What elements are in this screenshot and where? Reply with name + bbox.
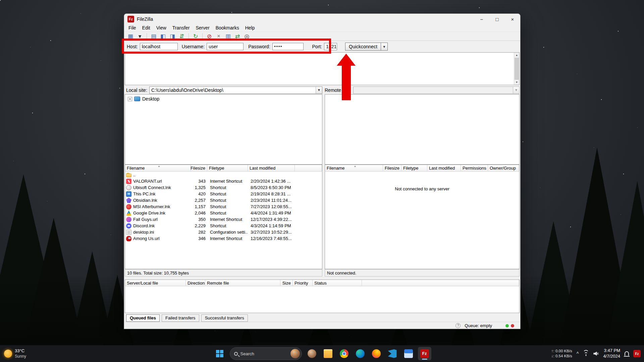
column-header-filetype[interactable]: Filetype	[207, 165, 248, 171]
chrome-icon[interactable]	[337, 347, 351, 360]
file-row[interactable]: Among Us.url346Internet Shortcut12/16/20…	[125, 235, 322, 242]
scroll-up-icon[interactable]: ▲	[514, 53, 519, 58]
quickconnect-button[interactable]: Quickconnect	[345, 43, 381, 51]
column-header-status[interactable]: Status	[313, 280, 362, 286]
minimize-button[interactable]: −	[474, 14, 489, 24]
file-explorer-icon[interactable]	[321, 347, 335, 360]
log-scrollbar[interactable]: ▲ ▼	[514, 53, 519, 85]
network-speed-widget[interactable]: ↑: 0.00 KB/s ↓: 0.54 KB/s	[551, 349, 572, 359]
title-bar[interactable]: Fz FileZilla − □ ×	[124, 14, 520, 24]
file-row[interactable]: VALORANT.url343Internet Shortcut2/20/202…	[125, 178, 322, 184]
menu-server[interactable]: Server	[193, 24, 212, 32]
column-header-filename[interactable]: Filename	[125, 165, 191, 171]
file-size: 2,229	[191, 223, 207, 228]
menu-file[interactable]: File	[125, 24, 139, 32]
menu-bar: File Edit View Transfer Server Bookmarks…	[124, 24, 520, 32]
file-row[interactable]: Ubisoft Connect.lnk1,325Shortcut8/5/2023…	[125, 184, 322, 191]
tab-failed-transfers[interactable]: Failed transfers	[162, 314, 199, 322]
menu-bookmarks[interactable]: Bookmarks	[213, 24, 242, 32]
file-row[interactable]: This PC.lnk420Shortcut2/19/2024 8:28:31 …	[125, 191, 322, 197]
filezilla-logo-text: Fz	[420, 349, 429, 358]
clock[interactable]: 3:47 PM 4/7/2024	[603, 348, 620, 359]
close-button[interactable]: ×	[505, 14, 520, 24]
tab-successful-transfers[interactable]: Successful transfers	[201, 314, 248, 322]
file-row[interactable]: Fall Guys.url350Internet Shortcut12/17/2…	[125, 216, 322, 223]
file-row[interactable]: Google Drive.lnk2,046Shortcut4/4/2024 1:…	[125, 210, 322, 216]
menu-edit[interactable]: Edit	[139, 24, 153, 32]
sun-icon	[4, 350, 12, 358]
column-header-owner-group[interactable]: Owner/Group	[488, 165, 519, 171]
column-header-filename[interactable]: Filename	[325, 165, 383, 171]
filezilla-taskbar-icon[interactable]: Fz	[418, 347, 431, 360]
column-header-filetype[interactable]: Filetype	[401, 165, 427, 171]
tray-filezilla-icon[interactable]: Fz	[633, 350, 641, 357]
user-avatar-icon[interactable]	[305, 347, 319, 360]
file-modified: 2/19/2024 8:28:31 ...	[248, 191, 295, 196]
column-header-priority[interactable]: Priority	[293, 280, 313, 286]
column-header-server-local-file[interactable]: Server/Local file	[125, 280, 186, 286]
file-row[interactable]: Discord.lnk2,229Shortcut4/3/2024 1:14:59…	[125, 223, 322, 229]
file-size: 346	[191, 236, 207, 241]
tab-queued-files[interactable]: Queued files	[126, 314, 160, 322]
local-site-combo[interactable]: C:\Users\abdul\OneDrive\Desktop\ ▼	[149, 86, 322, 94]
window-title: FileZilla	[137, 16, 153, 22]
quickconnect-dropdown-icon[interactable]: ▼	[381, 43, 388, 51]
column-header-remote-file[interactable]: Remote file	[205, 280, 280, 286]
microsoft-store-icon[interactable]	[402, 347, 415, 360]
file-row[interactable]: ..	[125, 172, 322, 178]
column-header-direction[interactable]: Direction	[186, 280, 205, 286]
file-row[interactable]: MSI Afterburner.lnk1,157Shortcut7/27/202…	[125, 203, 322, 210]
file-name-cell: Discord.lnk	[125, 223, 191, 229]
file-size: 2,046	[191, 210, 207, 216]
file-name-cell: Obsidian.lnk	[125, 198, 191, 203]
tray-expand-icon[interactable]	[577, 351, 579, 356]
file-name-cell: Google Drive.lnk	[125, 210, 191, 216]
firefox-icon[interactable]	[370, 347, 383, 360]
remote-file-list: Not connected to any server	[325, 172, 520, 269]
column-header-filesize[interactable]: Filesize	[383, 165, 401, 171]
weather-widget[interactable]: 33°C Sunny	[4, 348, 26, 359]
combo-dropdown-icon[interactable]: ▼	[316, 87, 322, 94]
file-row[interactable]: desktop.ini282Configuration setti...3/27…	[125, 229, 322, 235]
filezilla-window: Fz FileZilla − □ × File Edit View Transf…	[124, 13, 521, 329]
file-type: Shortcut	[207, 204, 248, 209]
column-header-size[interactable]: Size	[280, 280, 293, 286]
menu-help[interactable]: Help	[242, 24, 258, 32]
local-status-text: 10 files. Total size: 10,755 bytes	[127, 270, 189, 276]
search-label: Search	[240, 351, 288, 356]
column-header-last-modified[interactable]: Last modified	[427, 165, 461, 171]
wifi-icon[interactable]	[583, 351, 589, 356]
this-pc-icon	[126, 191, 131, 197]
expand-icon[interactable]	[128, 97, 132, 101]
file-row[interactable]: Obsidian.lnk2,257Shortcut2/23/2024 11:01…	[125, 197, 322, 203]
file-type: Internet Shortcut	[207, 236, 248, 241]
edge-icon[interactable]	[354, 347, 367, 360]
taskbar-apps: Fz	[305, 347, 431, 360]
column-header-filesize[interactable]: Filesize	[191, 165, 207, 171]
notifications-bell-icon[interactable]	[625, 351, 629, 356]
menu-transfer[interactable]: Transfer	[169, 24, 193, 32]
status-led-green	[505, 324, 509, 327]
taskbar: 33°C Sunny Search Fz ↑: 0.00 KB/s ↓: 0.5…	[0, 345, 644, 362]
help-icon[interactable]	[455, 323, 461, 328]
file-name: Ubisoft Connect.lnk	[133, 185, 171, 190]
file-type: Shortcut	[207, 223, 248, 228]
volume-icon[interactable]	[593, 351, 599, 356]
scroll-thumb[interactable]	[515, 58, 519, 80]
site-row: Local site: C:\Users\abdul\OneDrive\Desk…	[125, 86, 520, 94]
search-box[interactable]: Search	[230, 347, 302, 360]
start-button[interactable]	[213, 347, 226, 360]
menu-view[interactable]: View	[153, 24, 169, 32]
maximize-button[interactable]: □	[489, 14, 505, 24]
combo-dropdown-icon: ▼	[513, 87, 519, 94]
tree-item-desktop[interactable]: Desktop	[125, 95, 322, 102]
file-modified: 8/5/2023 6:50:30 PM	[248, 185, 295, 190]
column-header-last-modified[interactable]: Last modified	[248, 165, 295, 171]
file-modified: 7/27/2023 12:08:55...	[248, 204, 295, 209]
scroll-down-icon[interactable]: ▼	[514, 80, 519, 85]
vscode-icon[interactable]	[386, 347, 399, 360]
status-led-red	[511, 324, 514, 327]
download-speed: ↓: 0.54 KB/s	[551, 354, 572, 359]
column-header-permissions[interactable]: Permissions	[461, 165, 488, 171]
local-site-path: C:\Users\abdul\OneDrive\Desktop\	[151, 87, 223, 93]
